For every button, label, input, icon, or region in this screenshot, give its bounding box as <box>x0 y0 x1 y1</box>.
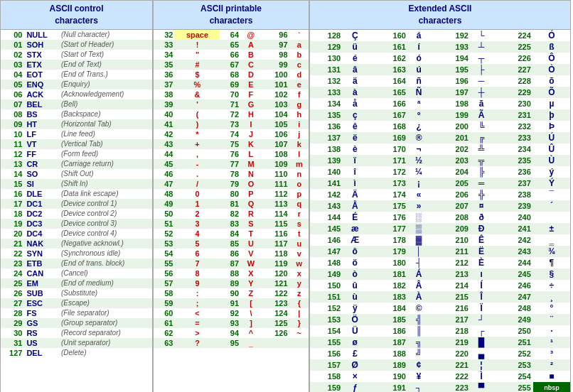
ext-dec-cell: 184 <box>375 303 408 314</box>
ext-char-cell: ¼ <box>408 166 429 178</box>
sep-cell <box>367 382 375 392</box>
dec2-cell: 79 <box>220 179 241 189</box>
table-row: 128Ç160á192└224Ó <box>310 30 570 41</box>
ext-dec-cell: 243 <box>500 246 533 257</box>
ext-dec-cell: 214 <box>438 280 471 291</box>
table-row: 156£188╝220▄252³ <box>310 348 570 359</box>
ext-char-cell: ┌ <box>471 325 492 337</box>
char-cell: space <box>175 30 219 40</box>
ext-dec-cell: 135 <box>310 109 343 121</box>
sep-cell <box>429 87 437 98</box>
sep-cell <box>367 291 375 303</box>
ext-dec-cell: 154 <box>310 325 343 337</box>
char2-cell: Y <box>241 278 261 288</box>
name-cell: HT <box>24 119 58 129</box>
sep-cell <box>367 121 375 132</box>
char2-cell: U <box>241 239 261 249</box>
table-row: 16 DLE (Data link escape) <box>1 189 152 199</box>
ext-dec-cell: 179 <box>375 246 408 257</box>
dec3-cell: 116 <box>261 229 290 239</box>
table-row: 154Ü186║218┌250· <box>310 325 570 337</box>
char-cell: 8 <box>175 268 219 278</box>
ext-dec-cell: 201 <box>438 132 471 143</box>
ext-dec-cell: 206 <box>438 189 471 200</box>
desc-cell: (Vertical Tab) <box>59 139 152 149</box>
ext-char-cell: ± <box>533 223 570 234</box>
ext-char-cell: ã <box>471 98 492 109</box>
dec3-cell: 112 <box>261 189 290 199</box>
name-cell: SI <box>24 179 58 189</box>
sep-cell <box>492 257 500 268</box>
sep-cell <box>492 200 500 212</box>
char3-cell: q <box>290 199 309 209</box>
char-cell: 6 <box>175 249 219 258</box>
ext-dec-cell: 235 <box>500 155 533 166</box>
sep-cell <box>367 268 375 280</box>
ext-dec-cell: 248 <box>500 303 533 314</box>
ext-dec-cell: 148 <box>310 257 343 268</box>
dec-cell: 59 <box>154 298 175 308</box>
dec-cell: 03 <box>1 60 24 70</box>
table-row: 02 STX (Start of Text) <box>1 50 152 60</box>
dec-cell: 56 <box>154 268 175 278</box>
ext-dec-cell: 237 <box>500 178 533 189</box>
ext-char-cell: ý <box>533 166 570 178</box>
dec3-cell: 114 <box>261 209 290 219</box>
table-row: 131â163ú195├227Ò <box>310 64 570 75</box>
sep-cell <box>492 121 500 132</box>
dec2-cell: 95 <box>220 338 241 348</box>
ext-char-cell: ç <box>343 109 367 121</box>
name-cell: ETB <box>24 258 58 268</box>
char-cell: ) <box>175 119 219 129</box>
table-row: 14 SO (Shift Out) <box>1 169 152 179</box>
ext-dec-cell: 222 <box>438 371 471 382</box>
dec3-cell: 123 <box>261 298 290 308</box>
printable-header: ASCII printablecharacters <box>154 1 309 30</box>
ext-char-cell: ê <box>343 121 367 132</box>
sep-cell <box>429 268 437 280</box>
desc-cell: (Backspace) <box>59 109 152 119</box>
dec2-cell: 75 <box>220 139 241 149</box>
ext-dec-cell: 155 <box>310 337 343 348</box>
char-cell: 9 <box>175 278 219 288</box>
dec2-cell: 69 <box>220 80 241 89</box>
dec3-cell: 121 <box>261 278 290 288</box>
ext-dec-cell: 164 <box>375 75 408 87</box>
ext-dec-cell: 181 <box>375 268 408 280</box>
name-cell: NULL <box>24 30 58 40</box>
char3-cell: e <box>290 80 309 89</box>
ext-dec-cell: 185 <box>375 314 408 325</box>
char-cell: , <box>175 149 219 159</box>
dec-cell: 09 <box>1 119 24 129</box>
dec2-cell: 65 <box>220 40 241 50</box>
ext-char-cell: ò <box>343 268 367 280</box>
desc-cell: (Horizontal Tab) <box>59 119 152 129</box>
table-row: 29 GS (Group separator) <box>1 318 152 328</box>
ext-char-cell: │ <box>408 246 429 257</box>
sep-cell <box>492 268 500 280</box>
char2-cell: ^ <box>241 328 261 338</box>
ext-dec-cell: 228 <box>500 75 533 87</box>
ext-char-cell: ø <box>343 337 367 348</box>
ext-char-cell: ü <box>343 41 367 53</box>
sep-cell <box>429 64 437 75</box>
char2-cell: A <box>241 40 261 50</box>
ext-dec-cell: 131 <box>310 64 343 75</box>
name-cell: BS <box>24 109 58 119</box>
table-row: 142Ä174«206╬238¯ <box>310 189 570 200</box>
ext-char-cell: ╣ <box>408 314 429 325</box>
sep-cell <box>367 155 375 166</box>
sep-cell <box>429 371 437 382</box>
table-row: 19 DC3 (Device control 3) <box>1 219 152 229</box>
sep-cell <box>492 41 500 53</box>
ext-dec-cell: 129 <box>310 41 343 53</box>
desc-cell: (Line feed) <box>59 129 152 139</box>
dec-cell: 16 <box>1 189 24 199</box>
char3-cell: } <box>290 318 309 328</box>
dec3-cell <box>261 338 290 348</box>
ext-char-cell: ı <box>471 268 492 280</box>
dec2-cell: 89 <box>220 278 241 288</box>
sep-cell <box>492 166 500 178</box>
ext-dec-cell: 220 <box>438 348 471 359</box>
char-cell: ? <box>175 338 219 348</box>
